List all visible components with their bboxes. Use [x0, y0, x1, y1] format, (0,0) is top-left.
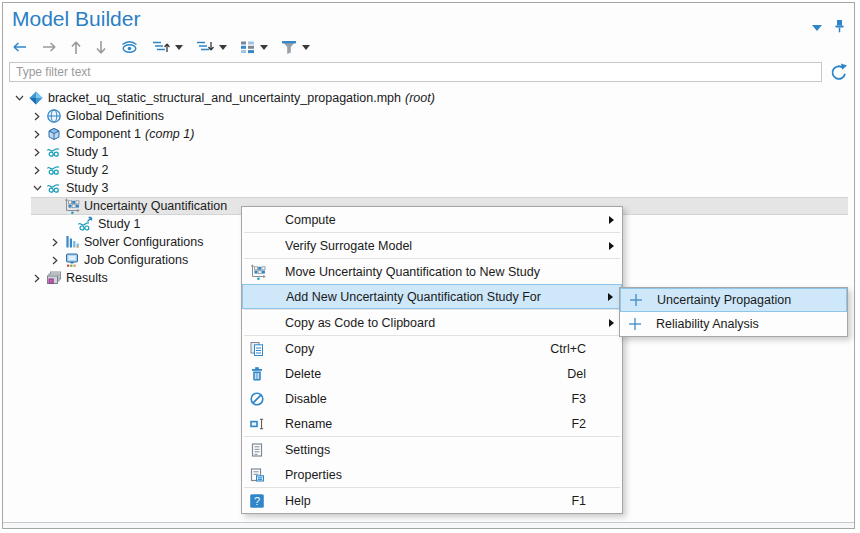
tree-item-label: Study 1 [66, 145, 108, 159]
submenu-arrow-icon [609, 242, 614, 250]
move-up-icon[interactable] [70, 40, 82, 55]
menu-item-disable[interactable]: Disable F3 [242, 386, 622, 411]
chevron-right-icon[interactable] [47, 254, 63, 266]
component-cube-icon [45, 126, 62, 142]
chevron-right-icon[interactable] [29, 110, 45, 122]
menu-item-copy-as-code[interactable]: Copy as Code to Clipboard [242, 310, 622, 335]
add-new-uq-submenu: Uncertainty Propagation Reliability Anal… [619, 287, 848, 337]
disable-icon [249, 391, 275, 407]
tree-item-label: Study 2 [66, 163, 108, 177]
model-tree-nodes-icon[interactable] [240, 40, 255, 54]
tree-item-label: Solver Configurations [84, 235, 204, 249]
chevron-right-icon[interactable] [29, 164, 45, 176]
tree-item-global-definitions[interactable]: Global Definitions [3, 107, 854, 125]
tree-item-suffix: (comp 1) [145, 127, 194, 141]
tree-toolbar [12, 36, 310, 58]
collapse-levels-icon[interactable] [196, 40, 214, 54]
context-menu: Compute Verify Surrogate Model Move Unce… [241, 206, 623, 514]
tree-item-study-1[interactable]: Study 1 [3, 143, 854, 161]
show-icon[interactable] [120, 40, 139, 54]
menu-item-add-new-uq-study-for[interactable]: Add New Uncertainty Quantification Study… [242, 284, 622, 309]
menu-item-properties[interactable]: Properties [242, 462, 622, 487]
comsol-model-icon [27, 90, 44, 106]
filter-input[interactable] [9, 62, 822, 82]
menu-item-settings[interactable]: Settings [242, 437, 622, 462]
solver-configurations-icon [63, 234, 80, 250]
tree-item-label: Study 1 [98, 217, 140, 231]
expand-levels-icon[interactable] [152, 40, 170, 54]
model-tree-nodes-caret-icon[interactable] [260, 45, 268, 50]
results-icon [45, 270, 62, 286]
uncertainty-quantification-icon [63, 198, 80, 214]
chevron-right-icon[interactable] [29, 272, 45, 284]
chevron-down-icon[interactable] [11, 92, 27, 104]
submenu-arrow-icon [608, 293, 613, 301]
tree-item-label: Job Configurations [84, 253, 188, 267]
rename-icon [249, 416, 275, 432]
menu-item-verify-surrogate-model[interactable]: Verify Surrogate Model [242, 233, 622, 258]
chevron-down-icon[interactable] [29, 182, 45, 194]
page-title: Model Builder [12, 7, 140, 31]
tree-item-root[interactable]: bracket_uq_static_structural_and_uncerta… [3, 89, 854, 107]
move-uq-icon [249, 264, 275, 280]
study-reference-icon [77, 216, 94, 232]
tree-item-suffix: (root) [405, 91, 435, 105]
help-icon: ? [249, 493, 275, 509]
model-builder-panel: Model Builder [2, 2, 855, 529]
filter-caret-icon[interactable] [302, 45, 310, 50]
job-configurations-icon [63, 252, 80, 268]
properties-icon [249, 467, 275, 483]
chevron-right-icon[interactable] [47, 236, 63, 248]
menu-item-delete[interactable]: Delete Del [242, 361, 622, 386]
tree-item-label: Component 1 [66, 127, 141, 141]
tree-item-label: Global Definitions [66, 109, 164, 123]
filter-icon[interactable] [281, 40, 297, 55]
menu-item-rename[interactable]: Rename F2 [242, 411, 622, 436]
tree-item-study-3[interactable]: Study 3 [3, 179, 854, 197]
tree-item-component-1[interactable]: Component 1 (comp 1) [3, 125, 854, 143]
pin-icon[interactable] [834, 19, 845, 37]
refresh-icon[interactable] [829, 63, 848, 85]
menu-item-compute[interactable]: Compute [242, 207, 622, 232]
submenu-item-uncertainty-propagation[interactable]: Uncertainty Propagation [620, 288, 847, 312]
copy-icon [249, 341, 275, 357]
tree-item-label: Uncertainty Quantification [84, 199, 227, 213]
study-icon [45, 162, 62, 178]
delete-icon [249, 366, 275, 382]
chevron-right-icon[interactable] [29, 128, 45, 140]
tree-item-study-2[interactable]: Study 2 [3, 161, 854, 179]
submenu-item-reliability-analysis[interactable]: Reliability Analysis [620, 312, 847, 336]
settings-icon [249, 442, 275, 458]
chevron-right-icon[interactable] [29, 146, 45, 158]
study-icon [45, 144, 62, 160]
submenu-arrow-icon [609, 216, 614, 224]
globe-icon [45, 108, 62, 124]
menu-item-help[interactable]: ? Help F1 [242, 488, 622, 513]
forward-arrow-icon[interactable] [41, 41, 57, 53]
plus-icon [628, 317, 648, 331]
collapse-levels-caret-icon[interactable] [219, 45, 227, 50]
tree-item-label: bracket_uq_static_structural_and_uncerta… [48, 91, 401, 105]
svg-text:?: ? [254, 495, 260, 507]
lower-panel-edge [3, 523, 854, 528]
expand-levels-caret-icon[interactable] [175, 45, 183, 50]
study-icon [45, 180, 62, 196]
back-arrow-icon[interactable] [12, 41, 28, 53]
move-down-icon[interactable] [95, 40, 107, 55]
tree-item-label: Results [66, 271, 108, 285]
plus-icon [629, 293, 649, 307]
menu-item-move-uq-to-new-study[interactable]: Move Uncertainty Quantification to New S… [242, 259, 622, 284]
menu-item-copy[interactable]: Copy Ctrl+C [242, 336, 622, 361]
panel-menu-caret-icon[interactable] [812, 25, 822, 31]
submenu-arrow-icon [609, 319, 614, 327]
tree-item-label: Study 3 [66, 181, 108, 195]
